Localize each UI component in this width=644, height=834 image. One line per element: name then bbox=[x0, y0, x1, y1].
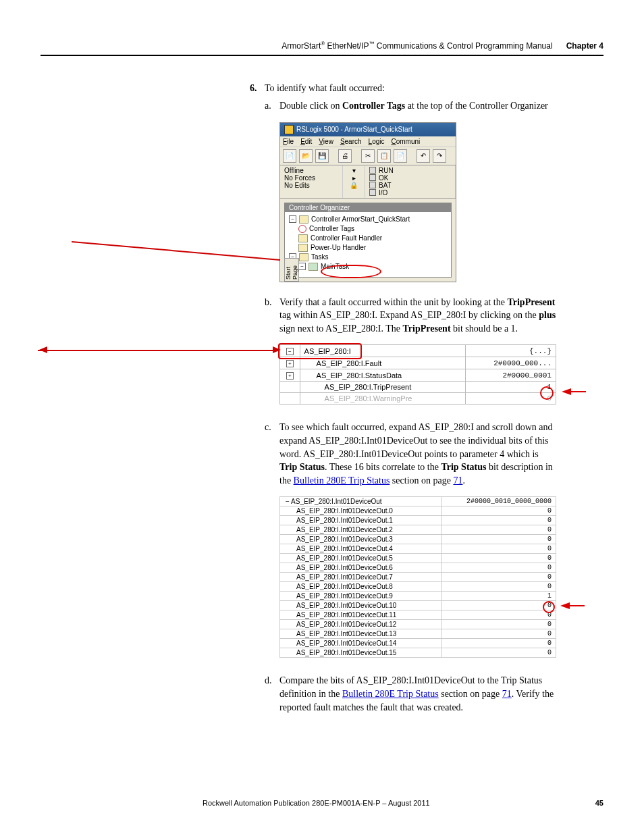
tag-value: {...} bbox=[465, 345, 556, 357]
tag-name[interactable]: AS_EIP_280:I.Int01DeviceOut.12 bbox=[280, 620, 442, 629]
tag-name[interactable]: AS_EIP_280:I.Int01DeviceOut.6 bbox=[280, 563, 442, 573]
toolbar-paste-icon[interactable]: 📄 bbox=[394, 149, 407, 163]
tag-value: 0 bbox=[465, 393, 556, 405]
table-row: +AS_EIP_280:I.Fault2#0000_000... bbox=[280, 357, 556, 369]
step-6: 6. To identify what fault occurred: bbox=[250, 83, 556, 94]
tag-value: 0 bbox=[442, 535, 556, 544]
tag-table: −AS_EIP_280:I{...}+AS_EIP_280:I.Fault2#0… bbox=[279, 344, 556, 405]
tag-name[interactable]: AS_EIP_280:I.Int01DeviceOut.13 bbox=[280, 629, 442, 639]
tag-value: 0 bbox=[442, 620, 556, 629]
menu-communications[interactable]: Communi bbox=[391, 138, 420, 145]
toolbar-redo-icon[interactable]: ↷ bbox=[433, 149, 446, 163]
collapse-icon[interactable]: − bbox=[289, 215, 296, 223]
table-row: AS_EIP_280:I.WarningPre0 bbox=[280, 393, 556, 405]
tag-name[interactable]: AS_EIP_280:I.Int01DeviceOut.8 bbox=[280, 582, 442, 592]
tag-value: 0 bbox=[442, 601, 556, 610]
window-titlebar: RSLogix 5000 - ArmorStart_QuickStart bbox=[280, 123, 456, 136]
menu-view[interactable]: View bbox=[319, 138, 333, 145]
task-icon bbox=[308, 263, 318, 271]
substep-text: Verify that a fault occurred within the … bbox=[279, 296, 556, 336]
table-row: AS_EIP_280:I.Int01DeviceOut.20 bbox=[280, 525, 556, 535]
expand-box[interactable]: − bbox=[280, 345, 300, 357]
toolbar-cut-icon[interactable]: ✂ bbox=[361, 149, 375, 163]
start-page-tab[interactable]: Start Page bbox=[284, 258, 299, 282]
tag-value: 1 bbox=[442, 592, 556, 601]
toolbar-new-icon[interactable]: 📄 bbox=[283, 149, 296, 163]
substep-letter: d. bbox=[265, 675, 279, 686]
page-footer: Rockwell Automation Publication 280E-PM0… bbox=[41, 799, 603, 807]
tag-name[interactable]: AS_EIP_280:I.Int01DeviceOut.0 bbox=[280, 506, 442, 516]
folder-icon bbox=[299, 215, 308, 224]
menu-file[interactable]: File bbox=[283, 138, 294, 145]
organizer-title: Controller Organizer bbox=[285, 203, 451, 212]
substep-letter: b. bbox=[265, 297, 279, 308]
rslogix-screenshot: RSLogix 5000 - ArmorStart_QuickStart Fil… bbox=[279, 122, 556, 282]
tag-name[interactable]: AS_EIP_280:I.Int01DeviceOut.1 bbox=[280, 516, 442, 525]
tree-powerup-handler[interactable]: Power-Up Handler bbox=[311, 244, 366, 251]
tag-name[interactable]: AS_EIP_280:I.Int01DeviceOut.11 bbox=[280, 610, 442, 620]
tree-controller-root[interactable]: Controller ArmorStart_QuickStart bbox=[311, 215, 410, 223]
led-ok: OK bbox=[379, 174, 388, 182]
toolbar: 📄 📂 💾 🖨 ✂ 📋 📄 ↶ ↷ bbox=[280, 147, 456, 165]
menu-search[interactable]: Search bbox=[340, 138, 362, 145]
table-row: −AS_EIP_280:I{...} bbox=[280, 345, 556, 357]
table-row: AS_EIP_280:I.Int01DeviceOut.00 bbox=[280, 506, 556, 516]
table-row: AS_EIP_280:I.TripPresent1 bbox=[280, 382, 556, 393]
toolbar-open-icon[interactable]: 📂 bbox=[299, 149, 313, 163]
tag-name[interactable]: AS_EIP_280:I.Int01DeviceOut.7 bbox=[280, 573, 442, 582]
tag-value: 0 bbox=[442, 582, 556, 592]
window-title: RSLogix 5000 - ArmorStart_QuickStart bbox=[296, 126, 412, 133]
collapse-icon[interactable]: − bbox=[298, 263, 306, 270]
menu-edit[interactable]: Edit bbox=[300, 138, 312, 145]
tag-name[interactable]: AS_EIP_280:I.Int01DeviceOut.9 bbox=[280, 592, 442, 601]
tag-value: 0 bbox=[442, 629, 556, 639]
table-row: AS_EIP_280:I.Int01DeviceOut.40 bbox=[280, 544, 556, 554]
tag-value: 0 bbox=[442, 648, 556, 658]
link-trip-status[interactable]: Bulletin 280E Trip Status bbox=[294, 475, 390, 486]
tag-value: 0 bbox=[442, 554, 556, 563]
dropdown-icon[interactable]: ▾ bbox=[347, 167, 360, 174]
table-row: AS_EIP_280:I.Int01DeviceOut.150 bbox=[280, 648, 556, 658]
tag-name[interactable]: AS_EIP_280:I.StatusData bbox=[300, 369, 465, 382]
toolbar-undo-icon[interactable]: ↶ bbox=[417, 149, 430, 163]
footer-publication: Rockwell Automation Publication 280E-PM0… bbox=[203, 799, 430, 807]
tag-name[interactable]: AS_EIP_280:I.TripPresent bbox=[300, 382, 465, 393]
tag-name[interactable]: AS_EIP_280:I.Int01DeviceOut.10 bbox=[280, 601, 442, 610]
tree-controller-tags[interactable]: Controller Tags bbox=[309, 225, 354, 232]
publication-title: ArmorStart® EtherNet/IP™ Communications … bbox=[281, 41, 552, 51]
substep-a: a. Double click on Controller Tags at th… bbox=[265, 99, 556, 113]
tag-value: 0 bbox=[442, 610, 556, 620]
tag-name[interactable]: AS_EIP_280:I.Fault bbox=[300, 357, 465, 369]
tag-name[interactable]: AS_EIP_280:I.Int01DeviceOut.5 bbox=[280, 554, 442, 563]
tag-name[interactable]: AS_EIP_280:I.Int01DeviceOut.2 bbox=[280, 525, 442, 535]
annotation-arrow-shaft bbox=[570, 391, 586, 392]
tree-maintask[interactable]: MainTask bbox=[321, 263, 349, 270]
substep-letter: c. bbox=[265, 422, 279, 433]
menu-logic[interactable]: Logic bbox=[369, 138, 385, 145]
tag-name[interactable]: AS_EIP_280:I.Int01DeviceOut.15 bbox=[280, 648, 442, 658]
substep-text: To see which fault occurred, expand AS_E… bbox=[279, 421, 556, 487]
toolbar-copy-icon[interactable]: 📋 bbox=[377, 149, 391, 163]
footer-page-number: 45 bbox=[595, 799, 603, 807]
dropdown-icon[interactable]: ▸ bbox=[347, 174, 360, 182]
table-row: AS_EIP_280:I.Int01DeviceOut.130 bbox=[280, 629, 556, 639]
tag-name[interactable]: AS_EIP_280:I.Int01DeviceOut.3 bbox=[280, 535, 442, 544]
expand-box[interactable]: + bbox=[280, 357, 300, 369]
tree-fault-handler[interactable]: Controller Fault Handler bbox=[311, 234, 382, 242]
menu-bar: File Edit View Search Logic Communi bbox=[280, 136, 456, 147]
tag-name[interactable]: − AS_EIP_280:I.Int01DeviceOut bbox=[280, 497, 442, 506]
tag-name[interactable]: AS_EIP_280:I.WarningPre bbox=[300, 393, 465, 405]
expand-box[interactable]: + bbox=[280, 369, 300, 382]
folder-icon bbox=[298, 234, 308, 242]
toolbar-print-icon[interactable]: 🖨 bbox=[338, 149, 352, 163]
substep-text: Compare the bits of AS_EIP_280:I.Int01De… bbox=[279, 674, 556, 714]
link-trip-status[interactable]: Bulletin 280E Trip Status bbox=[342, 689, 439, 699]
link-page[interactable]: 71 bbox=[502, 689, 512, 699]
tag-name[interactable]: AS_EIP_280:I bbox=[300, 345, 465, 357]
tag-name[interactable]: AS_EIP_280:I.Int01DeviceOut.4 bbox=[280, 544, 442, 554]
tree-tasks[interactable]: Tasks bbox=[311, 253, 329, 261]
link-page[interactable]: 71 bbox=[453, 475, 462, 486]
toolbar-save-icon[interactable]: 💾 bbox=[315, 149, 329, 163]
status-no-edits: No Edits bbox=[284, 182, 338, 189]
tag-name[interactable]: AS_EIP_280:I.Int01DeviceOut.14 bbox=[280, 639, 442, 648]
